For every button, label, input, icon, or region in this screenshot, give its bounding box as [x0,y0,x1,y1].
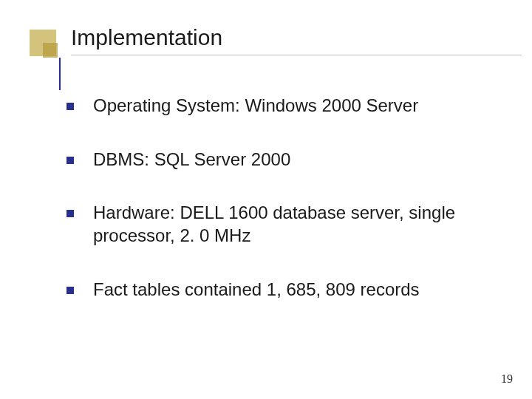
list-item: DBMS: SQL Server 2000 [66,149,473,171]
title-area: Implementation [30,22,532,66]
bullet-square-icon [66,103,74,110]
slide: Implementation Operating System: Windows… [0,0,532,399]
bullet-square-icon [66,287,74,294]
content-area: Operating System: Windows 2000 Server DB… [66,95,473,301]
title-decor-box-inner [43,43,58,58]
bullet-square-icon [66,157,74,164]
bullet-text: DBMS: SQL Server 2000 [93,149,290,171]
bullet-text: Fact tables contained 1, 685, 809 record… [93,279,420,301]
title-accent [59,58,61,90]
list-item: Hardware: DELL 1600 database server, sin… [66,202,473,247]
list-item: Fact tables contained 1, 685, 809 record… [66,279,473,301]
page-number: 19 [501,372,513,386]
title-underline [71,55,522,55]
bullet-text: Hardware: DELL 1600 database server, sin… [93,202,473,247]
slide-title: Implementation [71,25,222,50]
list-item: Operating System: Windows 2000 Server [66,95,473,117]
bullet-text: Operating System: Windows 2000 Server [93,95,418,117]
bullet-square-icon [66,210,74,217]
